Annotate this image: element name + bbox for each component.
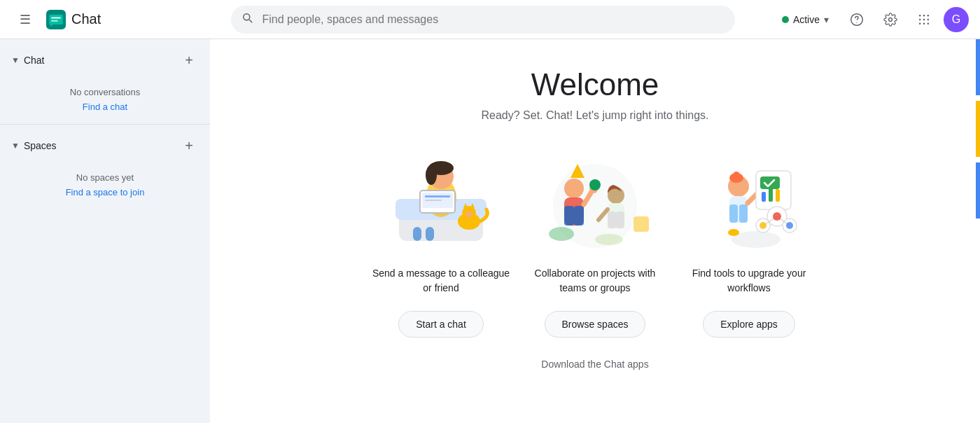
chat-section-title: ▼ Chat xyxy=(11,55,44,66)
topbar-right: Active ▾ G xyxy=(774,6,969,34)
svg-point-70 xyxy=(786,222,793,229)
welcome-section: Welcome Ready? Set. Chat! Let's jump rig… xyxy=(280,39,910,391)
right-accent xyxy=(976,39,980,219)
svg-point-14 xyxy=(927,22,930,25)
svg-point-10 xyxy=(923,18,925,20)
spaces-section-header[interactable]: ▼ Spaces + xyxy=(0,130,210,161)
no-spaces-text: No spaces yet xyxy=(11,172,199,183)
start-chat-button[interactable]: Start a chat xyxy=(398,311,484,338)
status-label: Active xyxy=(793,14,820,25)
browse-spaces-description: Collaborate on projects with teams or gr… xyxy=(525,266,665,300)
sidebar-divider xyxy=(0,124,210,125)
svg-point-5 xyxy=(889,18,892,21)
help-button[interactable] xyxy=(843,6,871,34)
browse-spaces-button[interactable]: Browse spaces xyxy=(545,311,646,338)
svg-point-11 xyxy=(927,18,930,20)
browse-spaces-illustration xyxy=(532,150,658,255)
cards-row: Send a message to a colleague or friend … xyxy=(294,150,896,338)
find-space-link[interactable]: Find a space to join xyxy=(66,187,145,197)
svg-rect-24 xyxy=(425,200,442,201)
main-layout: ▼ Chat + No conversations Find a chat ▼ … xyxy=(0,39,980,423)
svg-rect-31 xyxy=(426,227,434,241)
svg-point-13 xyxy=(923,22,925,25)
svg-point-48 xyxy=(595,234,623,245)
explore-apps-description: Find tools to upgrade your workflows xyxy=(679,266,819,300)
search-wrapper xyxy=(231,6,735,34)
status-dot xyxy=(782,16,789,23)
svg-point-69 xyxy=(760,222,766,229)
svg-rect-59 xyxy=(762,192,766,202)
no-conversations-text: No conversations xyxy=(11,87,199,97)
chevron-down-icon: ▾ xyxy=(824,14,829,25)
svg-rect-2 xyxy=(51,20,58,21)
start-chat-illustration xyxy=(378,150,504,255)
svg-rect-55 xyxy=(729,204,738,223)
chat-section-header[interactable]: ▼ Chat + xyxy=(0,45,210,76)
spaces-empty-state: No spaces yet Find a space to join xyxy=(0,161,210,204)
svg-point-12 xyxy=(919,22,921,25)
chat-section-label: Chat xyxy=(24,55,45,66)
svg-point-71 xyxy=(728,229,739,236)
add-chat-button[interactable]: + xyxy=(179,50,199,70)
explore-apps-illustration xyxy=(686,150,812,255)
svg-point-40 xyxy=(589,179,601,190)
svg-point-8 xyxy=(927,14,930,16)
svg-rect-1 xyxy=(51,17,61,18)
settings-button[interactable] xyxy=(876,6,904,34)
accent-bar-orange xyxy=(976,101,980,157)
find-chat-link[interactable]: Find a chat xyxy=(83,102,127,112)
explore-apps-card: Find tools to upgrade your workflows Exp… xyxy=(679,150,819,338)
status-button[interactable]: Active ▾ xyxy=(774,10,837,29)
explore-apps-button[interactable]: Explore apps xyxy=(703,311,795,338)
apps-button[interactable] xyxy=(910,6,938,34)
welcome-title: Welcome xyxy=(531,67,659,102)
chat-chevron-icon: ▼ xyxy=(11,55,20,65)
topbar: ☰ Chat Active ▾ xyxy=(0,0,980,39)
svg-rect-44 xyxy=(616,212,624,228)
start-chat-description: Send a message to a colleague or friend xyxy=(371,266,511,300)
svg-point-4 xyxy=(856,22,857,22)
svg-rect-30 xyxy=(413,227,421,241)
chat-empty-state: No conversations Find a chat xyxy=(0,76,210,118)
svg-point-29 xyxy=(465,212,472,217)
avatar[interactable]: G xyxy=(944,7,969,32)
add-spaces-button[interactable]: + xyxy=(179,136,199,155)
svg-point-33 xyxy=(564,179,584,198)
svg-rect-23 xyxy=(425,195,450,197)
accent-bar-blue xyxy=(976,39,980,95)
app-title: Chat xyxy=(71,11,101,27)
svg-rect-56 xyxy=(739,204,748,223)
app-logo: Chat xyxy=(46,10,101,29)
content-area: Welcome Ready? Set. Chat! Let's jump rig… xyxy=(210,39,980,423)
svg-point-9 xyxy=(919,18,921,20)
menu-button[interactable]: ☰ xyxy=(11,6,39,34)
accent-bar-blue2 xyxy=(976,162,980,219)
spaces-chevron-icon: ▼ xyxy=(11,141,20,151)
browse-spaces-card: Collaborate on projects with teams or gr… xyxy=(525,150,665,338)
search-bar xyxy=(231,6,735,34)
chat-logo-icon xyxy=(46,10,66,29)
svg-point-20 xyxy=(426,165,437,185)
svg-rect-61 xyxy=(776,189,780,202)
svg-point-6 xyxy=(919,14,921,16)
svg-point-7 xyxy=(923,14,925,16)
svg-rect-43 xyxy=(608,212,616,228)
spaces-section-title: ▼ Spaces xyxy=(11,140,57,151)
svg-rect-35 xyxy=(564,206,574,226)
svg-rect-46 xyxy=(634,216,649,232)
svg-point-68 xyxy=(773,212,781,221)
download-text: Download the Chat apps xyxy=(541,359,648,370)
welcome-subtitle: Ready? Set. Chat! Let's jump right into … xyxy=(481,109,708,122)
spaces-section-label: Spaces xyxy=(24,140,57,151)
sidebar: ▼ Chat + No conversations Find a chat ▼ … xyxy=(0,39,210,423)
topbar-left: ☰ Chat xyxy=(11,6,193,34)
svg-point-53 xyxy=(733,172,740,179)
search-icon xyxy=(241,11,253,27)
svg-rect-62 xyxy=(760,176,780,189)
svg-rect-36 xyxy=(574,206,584,226)
search-input[interactable] xyxy=(231,6,735,34)
svg-point-47 xyxy=(549,227,574,241)
start-chat-card: Send a message to a colleague or friend … xyxy=(371,150,511,338)
